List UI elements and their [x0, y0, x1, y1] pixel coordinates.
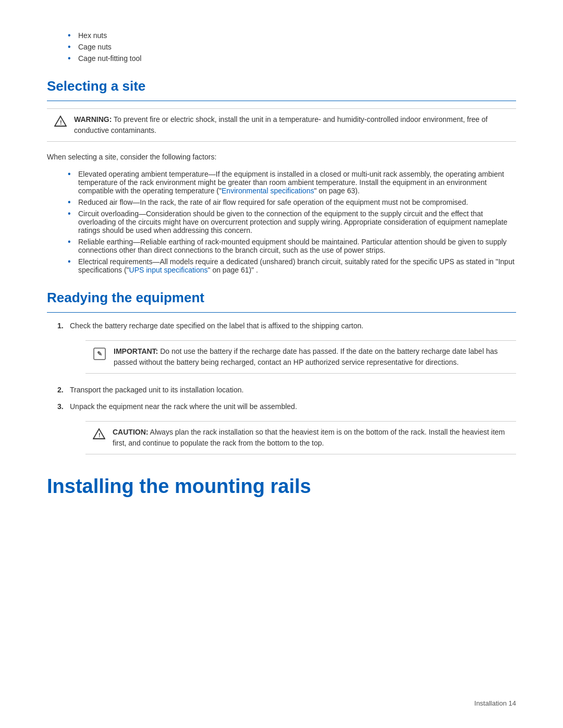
svg-text:!: ! [99, 432, 101, 438]
list-item: Cage nut-fitting tool [68, 54, 516, 63]
installing-rails-heading: Installing the mounting rails [47, 475, 516, 498]
important-box-item: ✎ IMPORTANT: Do not use the battery if t… [57, 335, 516, 379]
important-box: ✎ IMPORTANT: Do not use the battery if t… [85, 340, 516, 374]
warning-body: To prevent fire or electric shock, insta… [74, 115, 487, 134]
step-1-num: 1. [57, 320, 70, 331]
step-1-text: Check the battery recharge date specifie… [70, 320, 363, 331]
warning-box: ! WARNING: To prevent fire or electric s… [47, 108, 516, 142]
important-content: Do not use the battery if the recharge d… [114, 347, 498, 366]
step-2: 2. Transport the packaged unit to its in… [57, 384, 516, 396]
selecting-site-heading: Selecting a site [47, 78, 516, 94]
step-3: 3. Unpack the equipment near the rack wh… [57, 401, 516, 412]
site-intro-text: When selecting a site, consider the foll… [47, 151, 516, 163]
page-footer: Installation 14 [474, 699, 516, 707]
warning-icon: ! [54, 115, 67, 129]
caution-text: CAUTION: Always plan the rack installati… [113, 427, 509, 449]
warning-text: WARNING: To prevent fire or electric sho… [74, 114, 509, 136]
caution-box: ! CAUTION: Always plan the rack installa… [85, 421, 516, 454]
caution-box-item: ! CAUTION: Always plan the rack installa… [57, 416, 516, 460]
step-1: 1. Check the battery recharge date speci… [57, 320, 516, 331]
site-bullet-1: Elevated operating ambient temperature—I… [68, 170, 516, 195]
step-2-text: Transport the packaged unit to its insta… [70, 384, 243, 396]
important-icon: ✎ [93, 347, 106, 364]
step-3-text: Unpack the equipment near the rack where… [70, 401, 297, 412]
site-bullet-list: Elevated operating ambient temperature—I… [68, 170, 516, 274]
svg-text:✎: ✎ [97, 350, 102, 357]
site-bullet-5: Electrical requirements—All models requi… [68, 257, 516, 274]
warning-label: WARNING: [74, 115, 112, 124]
important-text: IMPORTANT: Do not use the battery if the… [114, 346, 509, 368]
site-bullet-2: Reduced air flow—In the rack, the rate o… [68, 198, 516, 206]
section-divider [47, 101, 516, 101]
env-spec-link[interactable]: Environmental specifications [222, 187, 314, 195]
list-item: Cage nuts [68, 43, 516, 51]
svg-text:!: ! [60, 119, 62, 126]
step-2-num: 2. [57, 384, 70, 396]
caution-label: CAUTION: [113, 428, 148, 436]
site-bullet-4: Reliable earthing—Reliable earthing of r… [68, 238, 516, 254]
readying-divider [47, 312, 516, 313]
important-label: IMPORTANT: [114, 347, 158, 355]
top-bullet-list: Hex nuts Cage nuts Cage nut-fitting tool [68, 31, 516, 63]
readying-equipment-heading: Readying the equipment [47, 290, 516, 306]
step-3-num: 3. [57, 401, 70, 412]
caution-icon: ! [93, 428, 105, 443]
site-bullet-3: Circuit overloading—Consideration should… [68, 209, 516, 235]
list-item: Hex nuts [68, 31, 516, 40]
readying-steps-list: 1. Check the battery recharge date speci… [57, 320, 516, 459]
ups-input-link[interactable]: UPS input specifications [129, 266, 208, 274]
caution-body: Always plan the rack installation so tha… [113, 428, 505, 447]
